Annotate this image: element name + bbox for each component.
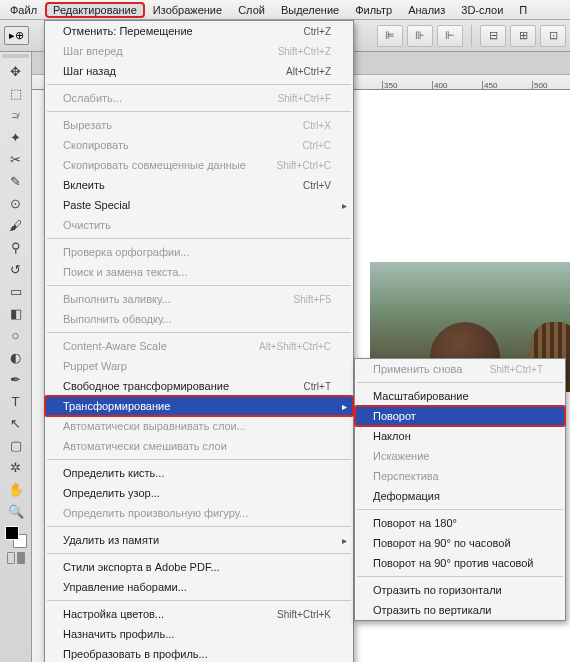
toolbox: ✥ ⬚ ⟉ ✦ ✂ ✎ ⊙ 🖌 ⚲ ↺ ▭ ◧ ○ ◐ ✒ T ↖ ▢ ✲ ✋ … [0,52,32,662]
mi-define-brush[interactable]: Определить кисть... [45,463,353,483]
ruler-tick: 450 [482,81,497,89]
mi-adobe-pdf-presets[interactable]: Стили экспорта в Adobe PDF... [45,557,353,577]
mi-puppet-warp[interactable]: Puppet Warp [45,356,353,376]
mi-cut[interactable]: ВырезатьCtrl+X [45,115,353,135]
3d-tool-icon[interactable]: ✲ [3,456,29,478]
mi-distort[interactable]: Искажение [355,446,565,466]
separator [47,84,351,85]
mi-convert-profile[interactable]: Преобразовать в профиль... [45,644,353,662]
separator [47,600,351,601]
transform-submenu: Применить сноваShift+Ctrl+T Масштабирова… [354,358,566,621]
align-btn-1[interactable]: ⊫ [377,25,403,47]
separator [47,459,351,460]
mi-auto-align[interactable]: Автоматически выравнивать слои... [45,416,353,436]
mi-flip-h[interactable]: Отразить по горизонтали [355,580,565,600]
mi-purge[interactable]: Удалить из памяти [45,530,353,550]
mi-step-back[interactable]: Шаг назадAlt+Ctrl+Z [45,61,353,81]
mi-define-pattern[interactable]: Определить узор... [45,483,353,503]
menu-analysis[interactable]: Анализ [400,2,453,18]
type-tool-icon[interactable]: T [3,390,29,412]
active-tool-indicator: ▸⊕ [4,26,29,45]
mi-step-forward[interactable]: Шаг впередShift+Ctrl+Z [45,41,353,61]
mi-spell[interactable]: Проверка орфографии... [45,242,353,262]
marquee-tool-icon[interactable]: ⬚ [3,82,29,104]
separator [47,526,351,527]
mi-assign-profile[interactable]: Назначить профиль... [45,624,353,644]
separator [357,576,563,577]
separator [47,553,351,554]
toolbox-grip[interactable] [2,54,29,58]
mi-preset-manager[interactable]: Управление наборами... [45,577,353,597]
dist-btn-3[interactable]: ⊡ [540,25,566,47]
dodge-tool-icon[interactable]: ◐ [3,346,29,368]
lasso-tool-icon[interactable]: ⟉ [3,104,29,126]
history-brush-tool-icon[interactable]: ↺ [3,258,29,280]
separator [47,111,351,112]
mi-again[interactable]: Применить сноваShift+Ctrl+T [355,359,565,379]
mi-paste[interactable]: ВклеитьCtrl+V [45,175,353,195]
mi-paste-special[interactable]: Paste Special [45,195,353,215]
mi-stroke[interactable]: Выполнить обводку... [45,309,353,329]
mi-define-shape[interactable]: Определить произвольную фигуру... [45,503,353,523]
brush-tool-icon[interactable]: 🖌 [3,214,29,236]
ruler-tick: 400 [432,81,447,89]
mi-rotate-90cw[interactable]: Поворот на 90° по часовой [355,533,565,553]
separator [471,25,472,47]
mi-warp[interactable]: Деформация [355,486,565,506]
mi-copy[interactable]: СкопироватьCtrl+C [45,135,353,155]
quickmask-toggle[interactable] [7,552,25,564]
mi-skew[interactable]: Наклон [355,426,565,446]
mi-scale[interactable]: Масштабирование [355,386,565,406]
zoom-tool-icon[interactable]: 🔍 [3,500,29,522]
mi-content-aware-scale[interactable]: Content-Aware ScaleAlt+Shift+Ctrl+C [45,336,353,356]
mi-undo[interactable]: Отменить: ПеремещениеCtrl+Z [45,21,353,41]
mi-rotate-180[interactable]: Поворот на 180° [355,513,565,533]
mi-transform[interactable]: Трансформирование [45,396,353,416]
menu-edit[interactable]: Редактирование [45,2,145,18]
separator [47,285,351,286]
mi-rotate[interactable]: Поворот [355,406,565,426]
path-select-tool-icon[interactable]: ↖ [3,412,29,434]
eraser-tool-icon[interactable]: ▭ [3,280,29,302]
ruler-tick: 350 [382,81,397,89]
mi-perspective[interactable]: Перспектива [355,466,565,486]
menu-file[interactable]: Файл [2,2,45,18]
menu-filter[interactable]: Фильтр [347,2,400,18]
align-btn-3[interactable]: ⊩ [437,25,463,47]
menu-image[interactable]: Изображение [145,2,230,18]
color-swatch[interactable] [5,526,27,548]
dist-btn-1[interactable]: ⊟ [480,25,506,47]
mi-find[interactable]: Поиск и замена текста... [45,262,353,282]
gradient-tool-icon[interactable]: ◧ [3,302,29,324]
shape-tool-icon[interactable]: ▢ [3,434,29,456]
mi-rotate-90ccw[interactable]: Поворот на 90° против часовой [355,553,565,573]
menu-partial[interactable]: П [511,2,535,18]
mi-copy-merged[interactable]: Скопировать совмещенные данныеShift+Ctrl… [45,155,353,175]
dist-btn-2[interactable]: ⊞ [510,25,536,47]
crop-tool-icon[interactable]: ✂ [3,148,29,170]
mi-free-transform[interactable]: Свободное трансформированиеCtrl+T [45,376,353,396]
separator [357,509,563,510]
separator [47,238,351,239]
pen-tool-icon[interactable]: ✒ [3,368,29,390]
menu-3d[interactable]: 3D-слои [453,2,511,18]
mi-color-settings[interactable]: Настройка цветов...Shift+Ctrl+K [45,604,353,624]
menu-select[interactable]: Выделение [273,2,347,18]
separator [47,332,351,333]
hand-tool-icon[interactable]: ✋ [3,478,29,500]
mi-flip-v[interactable]: Отразить по вертикали [355,600,565,620]
mi-clear[interactable]: Очистить [45,215,353,235]
menu-layer[interactable]: Слой [230,2,273,18]
wand-tool-icon[interactable]: ✦ [3,126,29,148]
mi-fade[interactable]: Ослабить...Shift+Ctrl+F [45,88,353,108]
menubar: Файл Редактирование Изображение Слой Выд… [0,0,570,20]
align-btn-2[interactable]: ⊪ [407,25,433,47]
eyedropper-tool-icon[interactable]: ✎ [3,170,29,192]
mi-fill[interactable]: Выполнить заливку...Shift+F5 [45,289,353,309]
stamp-tool-icon[interactable]: ⚲ [3,236,29,258]
separator [357,382,563,383]
heal-tool-icon[interactable]: ⊙ [3,192,29,214]
move-tool-icon[interactable]: ✥ [3,60,29,82]
blur-tool-icon[interactable]: ○ [3,324,29,346]
mi-auto-blend[interactable]: Автоматически смешивать слои [45,436,353,456]
